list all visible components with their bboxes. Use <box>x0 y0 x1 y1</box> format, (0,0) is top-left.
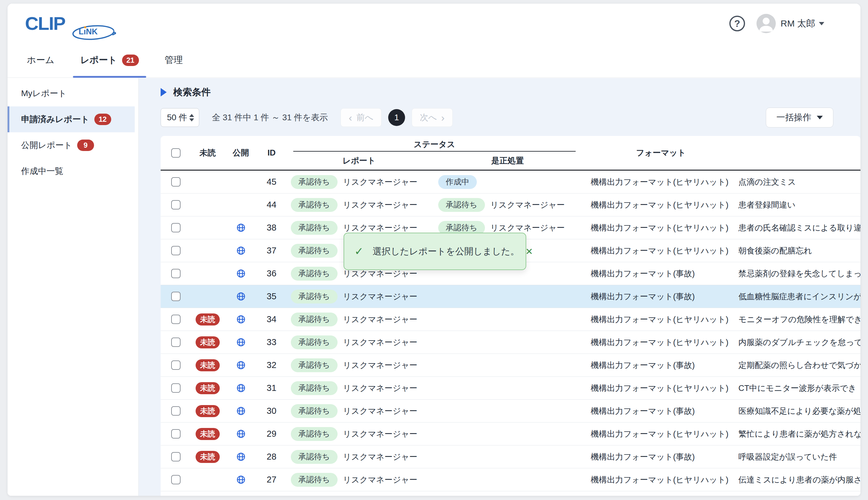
row-checkbox[interactable] <box>171 429 181 439</box>
table-row[interactable]: 44 承認待ち リスクマネージャー 承認待ち リスクマネージャー 機構出力フォー… <box>161 193 860 216</box>
report-owner: リスクマネージャー <box>343 314 418 325</box>
row-id: 28 <box>267 452 276 462</box>
action-owner: リスクマネージャー <box>490 200 565 211</box>
row-checkbox[interactable] <box>171 292 181 301</box>
table-row[interactable]: 45 承認待ち リスクマネージャー 作成中 機構出力フォーマット(ヒヤリハット)… <box>161 171 860 193</box>
header-title <box>731 136 860 170</box>
row-checkbox[interactable] <box>171 223 181 232</box>
row-id: 37 <box>267 246 276 255</box>
page-size-select[interactable]: 50 件 <box>161 108 199 127</box>
row-checkbox[interactable] <box>171 200 181 209</box>
table-row[interactable]: 未読 30 承認待ち リスクマネージャー 機構出力フォーマット(事故) 医療知識… <box>161 400 860 422</box>
row-id: 44 <box>267 200 276 210</box>
row-checkbox[interactable] <box>171 383 181 393</box>
sidebar-item-drafts[interactable]: 作成中一覧 <box>8 158 138 184</box>
header-action: 是正処置 <box>432 155 583 166</box>
row-checkbox[interactable] <box>171 315 181 324</box>
report-status-badge: 承認待ち <box>291 267 338 281</box>
table-body: 45 承認待ち リスクマネージャー 作成中 機構出力フォーマット(ヒヤリハット)… <box>161 171 860 496</box>
row-id: 33 <box>267 337 276 347</box>
user-name[interactable]: RM 太郎 <box>780 18 815 30</box>
row-checkbox[interactable] <box>171 269 181 278</box>
logo-link-text: LıNK <box>79 27 98 36</box>
report-owner: リスクマネージャー <box>343 383 418 394</box>
toast-message: 選択したレポートを公開しました。 <box>373 245 519 258</box>
sidebar-item-submitted-reports[interactable]: 申請済みレポート 12 <box>8 106 135 132</box>
table-row[interactable]: 未読 29 承認待ち リスクマネージャー 機構出力フォーマット(ヒヤリハット) … <box>161 422 860 445</box>
sidebar-item-my-reports[interactable]: Myレポート <box>8 80 138 106</box>
chevron-down-icon <box>817 116 823 120</box>
report-owner: リスクマネージャー <box>343 474 418 485</box>
select-spinner-icon <box>189 114 194 122</box>
table-row[interactable]: 未読 28 承認待ち リスクマネージャー 機構出力フォーマット(事故) 呼吸器設… <box>161 445 860 468</box>
main-content: 検索条件 50 件 全 31 件中 1 件 ～ 31 件を表示 ‹ 前へ 1 次… <box>139 78 860 496</box>
prev-page-button[interactable]: ‹ 前へ <box>341 108 381 127</box>
format-text: 機構出力フォーマット(ヒヤリハット) <box>591 245 729 256</box>
report-title: 点滴の注文ミス <box>739 177 796 188</box>
table-row[interactable]: 未読 33 承認待ち リスクマネージャー 機構出力フォーマット(ヒヤリハット) … <box>161 331 860 354</box>
table-header: 未読 公開 ID ステータス レポート 是正処置 フォーマット <box>161 136 860 171</box>
report-status-badge: 承認待ち <box>291 496 338 496</box>
report-title: 定期配薬の照らし合わせで気づか <box>739 360 860 371</box>
table-row[interactable]: 未読 31 承認待ち リスクマネージャー 機構出力フォーマット(ヒヤリハット) … <box>161 377 860 400</box>
toast-close-icon[interactable]: ✕ <box>525 246 533 257</box>
bulk-actions-button[interactable]: 一括操作 <box>766 107 833 127</box>
header-right: ? RM 太郎 <box>729 14 824 33</box>
table-row[interactable]: 未読 32 承認待ち リスクマネージャー 機構出力フォーマット(事故) 定期配薬… <box>161 354 860 377</box>
format-text: 機構出力フォーマット(ヒヤリハット) <box>591 200 729 211</box>
row-id: 34 <box>267 314 276 324</box>
pager-controls: ‹ 前へ 1 次へ › <box>341 108 453 127</box>
tab-home[interactable]: ホーム <box>20 43 61 78</box>
table-row[interactable]: 未読 26 承認待ち リスクマネージャー 機構出力フォーマット(ヒヤリハット) … <box>161 491 860 496</box>
row-checkbox[interactable] <box>171 177 181 186</box>
report-status-badge: 承認待ち <box>291 336 338 349</box>
public-globe-icon <box>236 338 245 347</box>
tab-admin[interactable]: 管理 <box>158 43 190 78</box>
report-status-badge: 承認待ち <box>291 244 338 258</box>
row-id: 32 <box>267 360 276 370</box>
report-status-badge: 承認待ち <box>291 312 338 326</box>
app-header: CLIP LıNK ? RM 太郎 <box>8 4 860 43</box>
row-checkbox[interactable] <box>171 338 181 347</box>
row-checkbox[interactable] <box>171 475 181 484</box>
public-globe-icon <box>236 429 245 439</box>
row-id: 30 <box>267 406 276 416</box>
help-icon[interactable]: ? <box>729 16 745 31</box>
public-globe-icon <box>236 475 245 484</box>
report-owner: リスクマネージャー <box>343 337 418 348</box>
search-conditions-toggle[interactable]: 検索条件 <box>161 86 211 99</box>
public-globe-icon <box>236 223 245 232</box>
user-menu-caret-icon[interactable] <box>819 22 824 25</box>
report-title: CT中にモニター波形が表示でき <box>739 383 856 394</box>
next-page-button[interactable]: 次へ › <box>412 108 453 127</box>
table-row[interactable]: 35 承認待ち リスクマネージャー 機構出力フォーマット(事故) 低血糖性脳症患… <box>161 285 860 308</box>
row-checkbox[interactable] <box>171 452 181 462</box>
pagination-summary: 全 31 件中 1 件 ～ 31 件を表示 <box>212 112 328 123</box>
success-toast: ✓ 選択したレポートを公開しました。 ✕ <box>344 233 526 270</box>
row-id: 35 <box>267 292 276 302</box>
unread-badge: 未読 <box>196 428 220 440</box>
chevron-left-icon: ‹ <box>349 112 352 123</box>
header-id: ID <box>257 136 286 170</box>
current-page-indicator[interactable]: 1 <box>388 109 405 126</box>
report-title: 呼吸器設定が誤っていた件 <box>739 452 837 462</box>
unread-badge: 未読 <box>196 382 220 394</box>
avatar[interactable] <box>756 14 776 33</box>
unread-badge: 未読 <box>196 405 220 417</box>
header-format: フォーマット <box>583 136 731 170</box>
tab-reports[interactable]: レポート 21 <box>73 43 146 78</box>
row-checkbox[interactable] <box>171 406 181 416</box>
row-id: 38 <box>267 223 276 233</box>
format-text: 機構出力フォーマット(ヒヤリハット) <box>591 429 729 440</box>
row-checkbox[interactable] <box>171 246 181 255</box>
row-checkbox[interactable] <box>171 361 181 370</box>
clip-link-logo: CLIP LıNK <box>25 9 122 42</box>
chevron-right-icon: › <box>441 112 445 123</box>
table-row[interactable]: 未読 34 承認待ち リスクマネージャー 機構出力フォーマット(ヒヤリハット) … <box>161 308 860 331</box>
report-title: モニターオフの危険性を理解でき <box>739 314 860 325</box>
sidebar-item-published-reports[interactable]: 公開レポート 9 <box>8 132 138 158</box>
report-title: 朝食後薬の配膳忘れ <box>739 245 812 256</box>
select-all-checkbox[interactable] <box>171 148 181 158</box>
table-row[interactable]: 27 承認待ち リスクマネージャー 機構出力フォーマット(ヒヤリハット) 伝達ミ… <box>161 468 860 491</box>
format-text: 機構出力フォーマット(ヒヤリハット) <box>591 177 729 188</box>
